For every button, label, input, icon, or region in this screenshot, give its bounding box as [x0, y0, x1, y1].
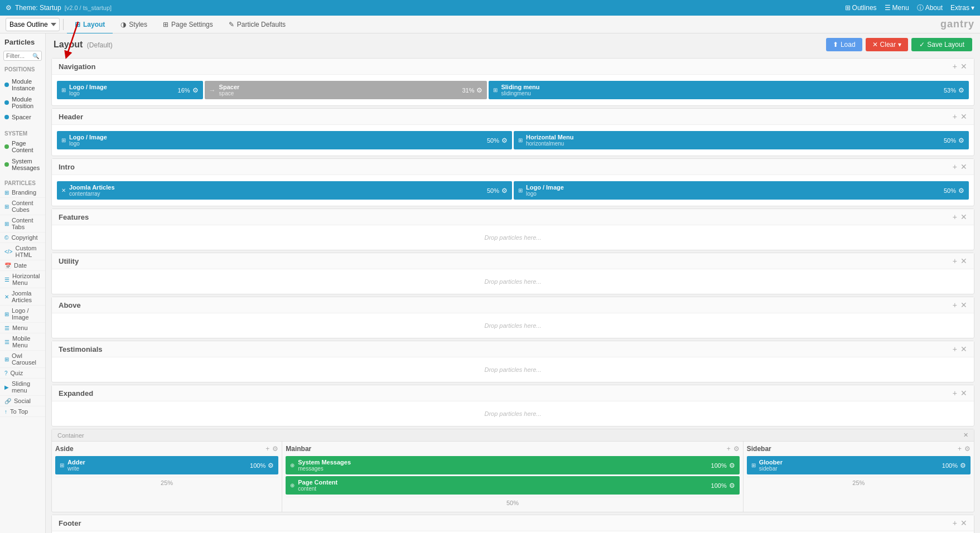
testimonials-settings-icon[interactable]: ✕: [960, 345, 967, 353]
module-instance-label: Module Instance: [12, 78, 41, 91]
sidebar-item-spacer[interactable]: Spacer: [0, 112, 45, 123]
particles-sidebar: Particles 🔍 Positions Module Instance Mo…: [0, 33, 46, 533]
extras-label: Extras: [950, 4, 969, 12]
intro-section-header: Intro + ✕: [52, 159, 974, 175]
particle-owl-carousel[interactable]: ⊞ Owl Carousel: [0, 351, 45, 368]
mainbar-sysmsg-name: System Messages: [298, 459, 351, 466]
nav-outlines[interactable]: ⊞ Outlines: [845, 4, 877, 12]
menu-icon: ☰: [885, 4, 891, 12]
particle-to-top[interactable]: ↑ To Top: [0, 406, 45, 417]
load-button[interactable]: ⬆ Load: [826, 38, 862, 51]
particle-sliding-menu[interactable]: ▶ Sliding menu: [0, 379, 45, 396]
tab-styles[interactable]: ◑ Styles: [113, 16, 155, 34]
above-add-icon[interactable]: +: [953, 301, 957, 309]
above-section: Above + ✕ Drop particles here...: [51, 297, 974, 338]
header-settings-icon[interactable]: ✕: [960, 112, 967, 121]
utility-settings-icon[interactable]: ✕: [960, 256, 967, 265]
features-add-icon[interactable]: +: [953, 212, 957, 221]
header-add-icon[interactable]: +: [953, 112, 957, 121]
particle-content-tabs[interactable]: ⊞ Content Tabs: [0, 215, 45, 232]
tab-particle-defaults[interactable]: ✎ Particle Defaults: [221, 16, 293, 34]
particle-horizontal-menu[interactable]: ☰ Horizontal Menu: [0, 271, 45, 288]
layout-title: Layout: [54, 40, 83, 49]
nav-logo-gear-icon[interactable]: ⚙: [192, 86, 199, 94]
header-hmenu-gear-icon[interactable]: ⚙: [958, 137, 964, 144]
nav-sliding-gear-icon[interactable]: ⚙: [958, 86, 964, 94]
nav-sliding-type: slidingmenu: [501, 90, 539, 96]
particle-logo-image[interactable]: ⊞ Logo / Image: [0, 306, 45, 323]
nav-extras[interactable]: Extras ▾: [950, 4, 974, 12]
nav-spacer-pct: 31% ⚙: [462, 86, 482, 94]
nav-spacer-gear-icon[interactable]: ⚙: [476, 86, 482, 94]
intro-settings-icon[interactable]: ✕: [960, 162, 967, 171]
particle-mobile-menu[interactable]: ☰ Mobile Menu: [0, 333, 45, 351]
nav-sliding-info: Sliding menu slidingmenu: [501, 84, 539, 96]
mainbar-pagecontent-gear-icon[interactable]: ⚙: [729, 482, 735, 490]
intro-logo-cell: ⊞ Logo / Image logo 50% ⚙: [514, 181, 969, 200]
save-layout-button[interactable]: ✓ Save Layout: [911, 38, 972, 51]
particle-joomla-articles[interactable]: ✕ Joomla Articles: [0, 288, 45, 306]
mainbar-add-icon[interactable]: +: [727, 445, 731, 453]
sidebar-settings-icon[interactable]: ⚙: [964, 445, 971, 453]
mainbar-sysmsg-gear-icon[interactable]: ⚙: [729, 462, 735, 469]
nav-menu[interactable]: ☰ Menu: [885, 4, 909, 12]
particle-social[interactable]: 🔗 Social: [0, 396, 45, 406]
tab-page-settings[interactable]: ⊞ Page Settings: [155, 16, 221, 34]
layout-label: Layout: [83, 21, 105, 28]
navigation-settings-icon[interactable]: ✕: [960, 62, 967, 71]
testimonials-add-icon[interactable]: +: [953, 345, 957, 353]
navigation-add-icon[interactable]: +: [953, 62, 957, 71]
outline-selector[interactable]: Base Outline: [6, 18, 60, 31]
navigation-section-body: ⊞ Logo / Image logo 16% ⚙: [52, 75, 974, 105]
filter-input[interactable]: [6, 52, 32, 59]
clear-button[interactable]: ✕ Clear ▾: [866, 38, 909, 51]
particle-date[interactable]: 📅 Date: [0, 260, 45, 271]
particle-menu[interactable]: ☰ Menu: [0, 323, 45, 333]
system-section-title: System: [0, 127, 45, 138]
footer-settings-icon[interactable]: ✕: [960, 519, 967, 527]
nav-about[interactable]: ⓘ About: [917, 3, 943, 13]
intro-logo-gear-icon[interactable]: ⚙: [958, 187, 964, 195]
sidebar-item-page-content[interactable]: Page Content: [0, 138, 45, 156]
sidebar-item-module-instance[interactable]: Module Instance: [0, 76, 45, 94]
particle-quiz[interactable]: ? Quiz: [0, 368, 45, 379]
layout-subtitle: (Default): [87, 41, 113, 49]
nav-spacer-cell: → Spacer space 31% ⚙: [205, 81, 487, 99]
above-settings-icon[interactable]: ✕: [960, 301, 967, 309]
features-settings-icon[interactable]: ✕: [960, 212, 967, 221]
theme-icon: ⚙: [6, 4, 12, 12]
intro-add-icon[interactable]: +: [953, 162, 957, 171]
particle-copyright[interactable]: © Copyright: [0, 232, 45, 243]
sidebar-add-icon[interactable]: +: [958, 445, 962, 453]
sidebar-item-module-position[interactable]: Module Position: [0, 94, 45, 112]
container-settings-icon[interactable]: ✕: [963, 432, 968, 439]
aside-adder-gear-icon[interactable]: ⚙: [268, 462, 274, 469]
logo-image-icon: ⊞: [4, 311, 9, 317]
header-particles-row: ⊞ Logo / Image logo 50% ⚙: [55, 128, 971, 152]
mainbar-settings-icon[interactable]: ⚙: [733, 445, 740, 453]
footer-add-icon[interactable]: +: [953, 519, 957, 527]
mainbar-sysmsg-icon: ⊕: [290, 462, 295, 468]
clear-label: Clear: [880, 41, 896, 49]
intro-joomla-gear-icon[interactable]: ⚙: [501, 187, 508, 195]
aside-settings-icon[interactable]: ⚙: [272, 445, 278, 453]
sidebar-gloober-gear-icon[interactable]: ⚙: [960, 462, 966, 469]
expanded-add-icon[interactable]: +: [953, 389, 957, 398]
expanded-settings-icon[interactable]: ✕: [960, 389, 967, 398]
intro-logo-icon: ⊞: [518, 187, 523, 193]
aside-add-icon[interactable]: +: [265, 445, 269, 453]
sidebar-item-system-messages[interactable]: System Messages: [0, 156, 45, 173]
nav-spacer-particle: → Spacer space 31% ⚙: [205, 81, 487, 99]
navigation-section-header: Navigation + ✕: [52, 59, 974, 75]
quiz-label: Quiz: [11, 370, 23, 376]
sidebar-column: Sidebar + ⚙ ⊞ Gloober sidebar: [744, 442, 974, 512]
particle-branding[interactable]: ⊞ Branding: [0, 187, 45, 198]
tab-layout[interactable]: ⊞ Layout: [67, 16, 113, 34]
utility-add-icon[interactable]: +: [953, 256, 957, 265]
particle-custom-html[interactable]: </> Custom HTML: [0, 243, 45, 260]
header-logo-gear-icon[interactable]: ⚙: [501, 137, 508, 144]
mainbar-col-header: Mainbar + ⚙: [286, 445, 740, 453]
aside-adder-cell: ⊞ Adder write 100% ⚙: [55, 456, 278, 474]
particle-content-cubes[interactable]: ⊞ Content Cubes: [0, 198, 45, 215]
footer-section-header: Footer + ✕: [52, 515, 974, 531]
